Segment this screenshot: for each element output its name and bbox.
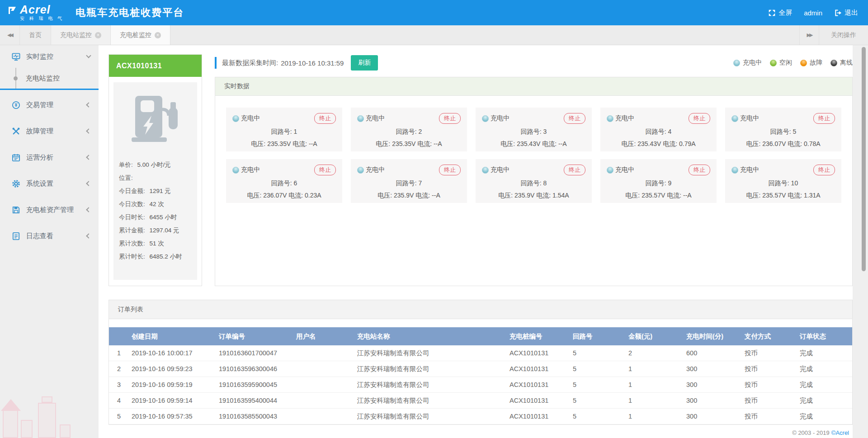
footer-brand-link[interactable]: ©Acrel	[831, 429, 849, 436]
cell-pay: 投币	[742, 412, 797, 421]
tab-home[interactable]: 首页	[20, 25, 51, 45]
cell-status: 完成	[797, 381, 852, 389]
tab-close-icon[interactable]: ×	[155, 32, 161, 38]
terminate-button[interactable]: 终止	[813, 113, 835, 124]
terminate-button[interactable]: 终止	[314, 113, 336, 124]
order-row[interactable]: 5 2019-10-16 09:57:35 1910163585500043 江…	[109, 409, 852, 424]
close-operations-button[interactable]: 关闭操作	[819, 25, 868, 45]
terminate-button[interactable]: 终止	[439, 113, 461, 124]
current-value: 0.23A	[305, 192, 321, 199]
voltage-value: 235.35V	[267, 140, 291, 147]
scrollbar-track[interactable]	[853, 45, 868, 438]
stat-label: 累计时长:	[119, 253, 145, 260]
legend-label: 充电中	[743, 59, 762, 67]
cell-status: 完成	[797, 412, 852, 421]
chevron-down-icon	[86, 53, 91, 58]
legend-charging: 充电中	[733, 59, 762, 67]
order-row[interactable]: 1 2019-10-16 10:00:17 1910163601700047 江…	[109, 345, 852, 361]
chevron-left-icon	[86, 181, 91, 186]
voltage-value: 235.57V	[762, 192, 786, 199]
latest-time-label: 最新数据采集时间:	[222, 59, 278, 67]
cell-date: 2019-10-16 09:59:14	[129, 397, 216, 404]
sidebar-item-realtime-monitor[interactable]: 实时监控	[0, 45, 99, 68]
channel-card: 充电中 终止 回路号: 3 电压: 235.43	[476, 108, 592, 151]
charging-status-icon	[232, 115, 239, 122]
terminate-button[interactable]: 终止	[813, 165, 835, 175]
cell-circuit: 5	[570, 365, 626, 372]
logout-button[interactable]: 退出	[834, 9, 858, 17]
circuit-value: 7	[418, 179, 422, 187]
tabs-scroll-right-button[interactable]: ▶▶	[799, 25, 819, 45]
circuit-number-line: 回路号: 9	[607, 179, 710, 188]
current-value: --A	[309, 140, 317, 147]
circuit-label: 回路号:	[770, 128, 791, 135]
circuit-number-line: 回路号: 4	[607, 128, 710, 136]
terminate-button[interactable]: 终止	[564, 113, 585, 124]
sidebar-item-station-monitor[interactable]: 充电站监控	[0, 68, 99, 89]
channel-card: 充电中 终止 回路号: 6 电压: 236.07	[226, 159, 342, 203]
tabs-scroll-left-button[interactable]: ◀◀	[0, 25, 20, 45]
voltage-current-line: 电压: 235.9V 电流: 1.54A	[482, 192, 585, 200]
tab-station-monitor[interactable]: 充电站监控 ×	[51, 25, 111, 45]
sidebar-item-logs[interactable]: 日志查看	[0, 225, 99, 247]
chevron-left-icon	[86, 128, 91, 133]
scrollbar-thumb[interactable]	[862, 47, 866, 271]
order-row[interactable]: 4 2019-10-16 09:59:14 1910163595400044 江…	[109, 393, 852, 409]
sidebar-item-system-settings[interactable]: 系统设置	[0, 172, 99, 195]
fullscreen-button[interactable]: 全屏	[768, 9, 792, 17]
charging-status-icon	[357, 115, 364, 122]
voltage-label: 电压:	[498, 192, 513, 199]
username[interactable]: admin	[804, 9, 822, 17]
tab-close-icon[interactable]: ×	[95, 32, 101, 38]
terminate-button[interactable]: 终止	[564, 165, 585, 175]
sidebar-item-operations-analysis[interactable]: 运营分析	[0, 146, 99, 169]
current-label: 电流:	[415, 192, 430, 199]
cell-amount: 1	[626, 413, 684, 420]
charging-pile-icon	[129, 94, 182, 145]
cell-order-no: 1910163595900045	[216, 381, 293, 388]
cell-order-no: 1910163595400044	[216, 397, 293, 404]
col-header-order-no: 订单编号	[216, 332, 293, 341]
cell-amount: 1	[626, 397, 684, 404]
terminate-button[interactable]: 终止	[439, 165, 461, 175]
voltage-label: 电压:	[251, 140, 265, 147]
cell-index: 2	[109, 365, 129, 372]
circuit-value: 6	[293, 179, 297, 187]
circuit-number-line: 回路号: 1	[232, 128, 336, 136]
circuit-value: 8	[543, 179, 547, 187]
order-row[interactable]: 2 2019-10-16 09:59:23 1910163596300046 江…	[109, 361, 852, 377]
current-value: 0.79A	[679, 140, 696, 147]
terminate-button[interactable]: 终止	[314, 165, 336, 175]
cell-status: 完成	[797, 349, 852, 358]
tab-pile-monitor[interactable]: 充电桩监控 ×	[111, 25, 170, 45]
voltage-value: 235.43V	[637, 140, 661, 147]
log-icon	[12, 232, 20, 240]
col-header-station: 充电站名称	[354, 332, 507, 341]
channel-card: 充电中 终止 回路号: 9 电压: 235.57	[600, 159, 717, 203]
channel-status: 充电中	[491, 114, 509, 122]
sidebar-item-pile-assets[interactable]: 充电桩资产管理	[0, 198, 99, 221]
fault-status-icon	[800, 60, 807, 66]
cell-date: 2019-10-16 09:57:35	[129, 413, 216, 420]
channel-status: 充电中	[740, 166, 759, 174]
app-window: Acrel 安 科 瑞 电 气 电瓶车充电桩收费平台 全屏 admin	[0, 0, 868, 438]
cell-order-no: 1910163601700047	[216, 349, 293, 357]
sidebar-item-transactions[interactable]: ¥ 交易管理	[0, 94, 99, 116]
circuit-value: 4	[668, 128, 671, 135]
circuit-value: 5	[793, 128, 796, 135]
stat-label: 今日时长:	[119, 214, 145, 221]
refresh-button[interactable]: 刷新	[351, 55, 378, 71]
voltage-value: 235.35V	[392, 140, 415, 147]
cell-pile: ACX1010131	[507, 381, 570, 388]
terminate-button[interactable]: 终止	[689, 165, 710, 175]
sidebar-item-faults[interactable]: 故障管理	[0, 120, 99, 142]
legend-idle: 空闲	[770, 59, 792, 67]
stat-label: 累计金额:	[119, 227, 145, 234]
terminate-button[interactable]: 终止	[689, 113, 710, 124]
col-header-minutes: 充电时间(分)	[684, 332, 742, 341]
current-label: 电流:	[542, 140, 557, 147]
voltage-current-line: 电压: 235.9V 电流: --A	[357, 192, 461, 200]
order-row[interactable]: 3 2019-10-16 09:59:19 1910163595900045 江…	[109, 377, 852, 393]
charging-status-icon	[607, 167, 613, 174]
channel-card: 充电中 终止 回路号: 4 电压: 235.43	[600, 108, 717, 151]
